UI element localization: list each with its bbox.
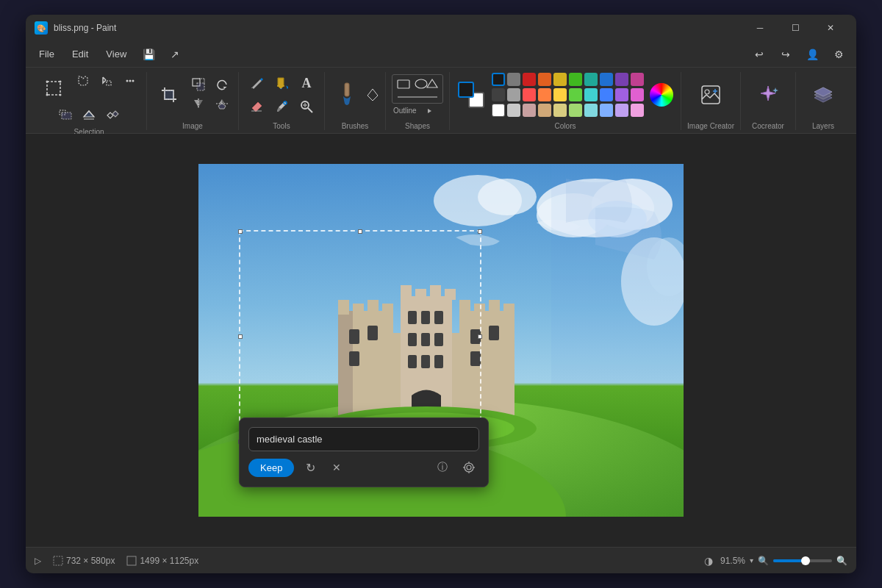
cs-21[interactable] (492, 88, 505, 101)
ai-settings-button[interactable] (459, 457, 479, 478)
close-button[interactable]: ✕ (814, 17, 847, 39)
text-btn[interactable]: A (295, 72, 318, 94)
crop-btn[interactable] (153, 76, 185, 114)
cs-310[interactable] (631, 104, 644, 117)
fill-btn[interactable] (270, 72, 293, 94)
image-sub-btns2 (212, 76, 232, 114)
selection-sub (73, 72, 140, 104)
color-swatch-black[interactable] (492, 73, 505, 86)
svg-rect-69 (421, 333, 430, 346)
svg-rect-76 (470, 351, 481, 366)
cs-36[interactable] (569, 104, 582, 117)
ai-actions: Keep ↻ ✕ ⓘ (248, 457, 479, 478)
menu-view[interactable]: View (98, 46, 134, 62)
minimize-button[interactable]: ─ (743, 17, 777, 39)
foreground-color-swatch[interactable] (458, 82, 474, 98)
zoom-out-icon[interactable]: 🔍 (758, 556, 769, 566)
cs-37[interactable] (584, 104, 598, 117)
cs-26[interactable] (569, 88, 582, 101)
cs-33[interactable] (523, 104, 536, 117)
info-button[interactable]: ⓘ (432, 457, 453, 478)
select-mode-btn[interactable] (96, 72, 117, 90)
color-swatch-dark-gray[interactable] (507, 73, 520, 86)
color-swatch-teal[interactable] (584, 73, 598, 86)
menu-edit[interactable]: Edit (65, 46, 96, 62)
color-swatch-orange[interactable] (538, 73, 551, 86)
color-wheel-btn[interactable] (650, 83, 673, 107)
settings-button[interactable]: ⚙ (827, 44, 850, 65)
cs-32[interactable] (507, 104, 520, 117)
eraser-btn[interactable] (245, 96, 268, 118)
selection-dims-text: 732 × 580px (66, 556, 115, 566)
cs-23[interactable] (523, 88, 536, 101)
cs-38[interactable] (600, 104, 613, 117)
keep-button[interactable]: Keep (248, 459, 294, 477)
zoom-dropdown[interactable]: ▾ (750, 556, 753, 564)
redo-button[interactable]: ↪ (774, 44, 797, 65)
cs-31[interactable] (492, 104, 505, 117)
resize-btn[interactable] (188, 76, 209, 93)
cs-28[interactable] (600, 88, 613, 101)
rotate-btn[interactable] (212, 76, 232, 93)
mirror-btn[interactable] (212, 95, 232, 112)
svg-point-2 (60, 81, 62, 83)
select-all-btn[interactable] (55, 106, 76, 123)
cs-35[interactable] (553, 104, 567, 117)
layers-content (802, 72, 845, 121)
canvas-image: Keep ↻ ✕ ⓘ (198, 164, 684, 517)
maximize-button[interactable]: ☐ (778, 17, 812, 39)
color-swatch-yellow[interactable] (553, 73, 567, 86)
svg-point-1 (46, 81, 49, 83)
cs-27[interactable] (584, 88, 598, 101)
select-options-btn[interactable] (120, 72, 140, 90)
svg-rect-72 (421, 355, 430, 368)
active-colors (458, 82, 484, 108)
shapes-gallery[interactable] (392, 74, 443, 104)
color-swatch-red[interactable] (523, 73, 536, 86)
share-icon-button[interactable]: ↗ (163, 44, 187, 65)
zoom-thumb[interactable] (801, 556, 810, 565)
rectangle-select-btn[interactable] (37, 72, 70, 104)
status-bar: ▷ 732 × 580px 1499 × 1125px ◑ 91.5% ▾ 🔍 … (26, 547, 856, 573)
color-swatch-green[interactable] (569, 73, 582, 86)
cs-39[interactable] (615, 104, 628, 117)
free-select-btn[interactable] (73, 72, 93, 90)
account-button[interactable]: 👤 (800, 44, 824, 65)
cs-29[interactable] (615, 88, 628, 101)
color-swatch-blue[interactable] (600, 73, 613, 86)
image-creator-btn[interactable] (689, 74, 732, 116)
svg-point-27 (415, 79, 427, 88)
cocreator-btn[interactable] (747, 74, 789, 116)
brushes-btn[interactable] (331, 76, 363, 114)
cs-24[interactable] (538, 88, 551, 101)
cancel-button[interactable]: ✕ (326, 457, 347, 478)
cs-22[interactable] (507, 88, 520, 101)
svg-rect-10 (62, 112, 71, 119)
canvas-area[interactable]: Keep ↻ ✕ ⓘ (26, 134, 856, 547)
shapes-group: Outline Shapes (386, 72, 450, 130)
image-label: Image (182, 121, 203, 130)
select-layer-btn[interactable] (79, 106, 99, 123)
flip-btn[interactable] (188, 95, 209, 112)
select-more-btn[interactable] (102, 106, 123, 123)
cs-34[interactable] (538, 104, 551, 117)
magnifier-btn[interactable] (295, 96, 318, 118)
zoom-in-icon[interactable]: 🔍 (836, 556, 847, 566)
cs-210[interactable] (631, 88, 644, 101)
regenerate-button[interactable]: ↻ (300, 457, 320, 478)
eyedropper-btn[interactable] (270, 96, 293, 118)
window-title: bliss.png - Paint (54, 23, 743, 33)
zoom-slider[interactable] (773, 559, 832, 562)
undo-button[interactable]: ↩ (747, 44, 771, 65)
svg-rect-12 (165, 90, 173, 99)
cs-25[interactable] (553, 88, 567, 101)
pencil-btn[interactable] (245, 72, 268, 94)
ai-prompt-input[interactable] (248, 427, 479, 451)
svg-rect-54 (474, 304, 485, 315)
save-icon-button[interactable]: 💾 (137, 44, 160, 65)
menu-file[interactable]: File (32, 46, 62, 62)
color-swatch-pink[interactable] (631, 73, 644, 86)
theme-toggle[interactable]: ◑ (704, 555, 713, 567)
color-swatch-purple[interactable] (615, 73, 628, 86)
layers-btn[interactable] (802, 74, 845, 116)
